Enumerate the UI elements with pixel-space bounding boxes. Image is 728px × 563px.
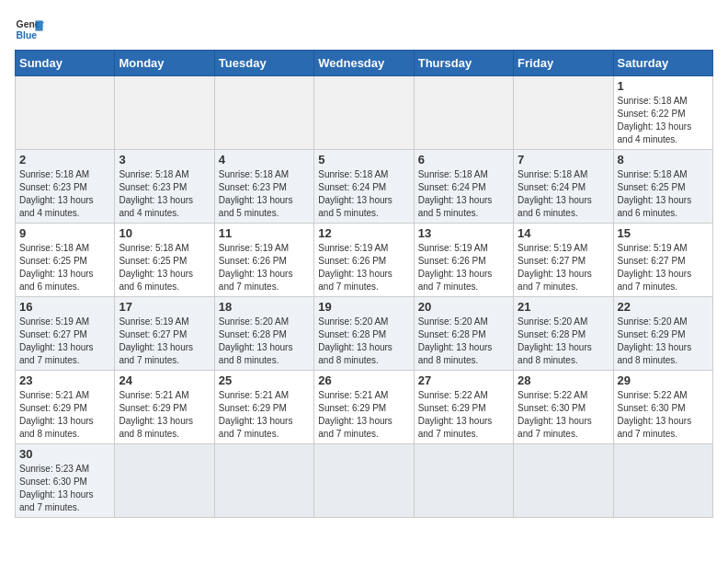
day-info: Sunrise: 5:21 AM Sunset: 6:29 PM Dayligh… <box>19 389 110 441</box>
day-number: 23 <box>19 373 110 387</box>
day-info: Sunrise: 5:18 AM Sunset: 6:25 PM Dayligh… <box>618 168 709 220</box>
calendar-cell <box>115 444 214 518</box>
day-info: Sunrise: 5:18 AM Sunset: 6:23 PM Dayligh… <box>19 168 110 220</box>
calendar-cell: 18Sunrise: 5:20 AM Sunset: 6:28 PM Dayli… <box>214 297 313 371</box>
calendar-cell: 23Sunrise: 5:21 AM Sunset: 6:29 PM Dayli… <box>16 371 115 444</box>
day-info: Sunrise: 5:19 AM Sunset: 6:26 PM Dayligh… <box>418 242 509 293</box>
day-number: 15 <box>618 226 709 240</box>
day-number: 29 <box>618 373 709 387</box>
day-info: Sunrise: 5:21 AM Sunset: 6:29 PM Dayligh… <box>219 389 310 441</box>
page-header: General Blue <box>15 15 713 44</box>
column-header-thursday: Thursday <box>414 51 513 76</box>
calendar-cell: 13Sunrise: 5:19 AM Sunset: 6:26 PM Dayli… <box>414 224 513 297</box>
calendar-header-row: SundayMondayTuesdayWednesdayThursdayFrid… <box>16 51 713 76</box>
day-info: Sunrise: 5:21 AM Sunset: 6:29 PM Dayligh… <box>318 389 409 441</box>
calendar-cell: 24Sunrise: 5:21 AM Sunset: 6:29 PM Dayli… <box>115 371 214 444</box>
day-info: Sunrise: 5:19 AM Sunset: 6:27 PM Dayligh… <box>119 316 210 367</box>
calendar-cell: 22Sunrise: 5:20 AM Sunset: 6:29 PM Dayli… <box>613 297 712 371</box>
column-header-wednesday: Wednesday <box>314 51 414 76</box>
calendar-cell: 5Sunrise: 5:18 AM Sunset: 6:24 PM Daylig… <box>314 150 414 224</box>
calendar-cell: 21Sunrise: 5:20 AM Sunset: 6:28 PM Dayli… <box>514 297 613 371</box>
day-number: 27 <box>418 373 509 387</box>
day-number: 7 <box>518 153 609 167</box>
calendar-cell: 28Sunrise: 5:22 AM Sunset: 6:30 PM Dayli… <box>514 371 613 444</box>
day-info: Sunrise: 5:19 AM Sunset: 6:26 PM Dayligh… <box>318 242 409 293</box>
day-number: 12 <box>318 226 409 240</box>
calendar-cell: 6Sunrise: 5:18 AM Sunset: 6:24 PM Daylig… <box>414 150 513 224</box>
day-number: 22 <box>618 300 709 314</box>
day-number: 21 <box>518 300 609 314</box>
calendar-cell <box>414 444 513 518</box>
day-info: Sunrise: 5:19 AM Sunset: 6:27 PM Dayligh… <box>618 242 709 293</box>
day-info: Sunrise: 5:20 AM Sunset: 6:28 PM Dayligh… <box>518 316 609 367</box>
calendar-cell <box>514 76 613 150</box>
column-header-saturday: Saturday <box>613 51 712 76</box>
day-number: 24 <box>119 373 210 387</box>
day-info: Sunrise: 5:18 AM Sunset: 6:25 PM Dayligh… <box>19 242 110 293</box>
calendar-cell <box>414 76 513 150</box>
column-header-monday: Monday <box>115 51 214 76</box>
day-info: Sunrise: 5:18 AM Sunset: 6:24 PM Dayligh… <box>418 168 509 220</box>
calendar-cell <box>214 444 313 518</box>
calendar-cell: 30Sunrise: 5:23 AM Sunset: 6:30 PM Dayli… <box>16 444 115 518</box>
day-info: Sunrise: 5:20 AM Sunset: 6:28 PM Dayligh… <box>219 316 310 367</box>
day-info: Sunrise: 5:18 AM Sunset: 6:25 PM Dayligh… <box>119 242 210 293</box>
calendar-cell: 15Sunrise: 5:19 AM Sunset: 6:27 PM Dayli… <box>613 224 712 297</box>
calendar-table: SundayMondayTuesdayWednesdayThursdayFrid… <box>15 50 713 518</box>
column-header-sunday: Sunday <box>16 51 115 76</box>
calendar-week-row: 16Sunrise: 5:19 AM Sunset: 6:27 PM Dayli… <box>16 297 713 371</box>
day-number: 8 <box>618 153 709 167</box>
day-number: 28 <box>518 373 609 387</box>
day-info: Sunrise: 5:20 AM Sunset: 6:28 PM Dayligh… <box>318 316 409 367</box>
day-number: 14 <box>518 226 609 240</box>
calendar-cell: 2Sunrise: 5:18 AM Sunset: 6:23 PM Daylig… <box>16 150 115 224</box>
calendar-cell: 27Sunrise: 5:22 AM Sunset: 6:29 PM Dayli… <box>414 371 513 444</box>
day-info: Sunrise: 5:20 AM Sunset: 6:29 PM Dayligh… <box>618 316 709 367</box>
day-number: 4 <box>219 153 310 167</box>
day-info: Sunrise: 5:18 AM Sunset: 6:22 PM Dayligh… <box>618 95 709 146</box>
svg-text:Blue: Blue <box>17 30 38 40</box>
day-number: 2 <box>19 153 110 167</box>
calendar-cell: 9Sunrise: 5:18 AM Sunset: 6:25 PM Daylig… <box>16 224 115 297</box>
day-info: Sunrise: 5:19 AM Sunset: 6:27 PM Dayligh… <box>518 242 609 293</box>
day-number: 1 <box>618 79 709 93</box>
day-info: Sunrise: 5:18 AM Sunset: 6:24 PM Dayligh… <box>518 168 609 220</box>
calendar-cell: 20Sunrise: 5:20 AM Sunset: 6:28 PM Dayli… <box>414 297 513 371</box>
calendar-cell <box>115 76 214 150</box>
calendar-cell: 1Sunrise: 5:18 AM Sunset: 6:22 PM Daylig… <box>613 76 712 150</box>
day-number: 13 <box>418 226 509 240</box>
day-number: 5 <box>318 153 409 167</box>
column-header-tuesday: Tuesday <box>214 51 313 76</box>
day-number: 26 <box>318 373 409 387</box>
calendar-week-row: 1Sunrise: 5:18 AM Sunset: 6:22 PM Daylig… <box>16 76 713 150</box>
day-info: Sunrise: 5:19 AM Sunset: 6:26 PM Dayligh… <box>219 242 310 293</box>
calendar-week-row: 9Sunrise: 5:18 AM Sunset: 6:25 PM Daylig… <box>16 224 713 297</box>
day-number: 10 <box>119 226 210 240</box>
day-number: 19 <box>318 300 409 314</box>
calendar-week-row: 2Sunrise: 5:18 AM Sunset: 6:23 PM Daylig… <box>16 150 713 224</box>
calendar-cell: 25Sunrise: 5:21 AM Sunset: 6:29 PM Dayli… <box>214 371 313 444</box>
day-number: 17 <box>119 300 210 314</box>
calendar-cell: 16Sunrise: 5:19 AM Sunset: 6:27 PM Dayli… <box>16 297 115 371</box>
day-info: Sunrise: 5:20 AM Sunset: 6:28 PM Dayligh… <box>418 316 509 367</box>
calendar-cell: 26Sunrise: 5:21 AM Sunset: 6:29 PM Dayli… <box>314 371 414 444</box>
calendar-week-row: 23Sunrise: 5:21 AM Sunset: 6:29 PM Dayli… <box>16 371 713 444</box>
column-header-friday: Friday <box>514 51 613 76</box>
day-info: Sunrise: 5:22 AM Sunset: 6:29 PM Dayligh… <box>418 389 509 441</box>
day-number: 16 <box>19 300 110 314</box>
calendar-cell: 3Sunrise: 5:18 AM Sunset: 6:23 PM Daylig… <box>115 150 214 224</box>
calendar-cell <box>613 444 712 518</box>
day-info: Sunrise: 5:18 AM Sunset: 6:23 PM Dayligh… <box>219 168 310 220</box>
calendar-week-row: 30Sunrise: 5:23 AM Sunset: 6:30 PM Dayli… <box>16 444 713 518</box>
calendar-cell: 17Sunrise: 5:19 AM Sunset: 6:27 PM Dayli… <box>115 297 214 371</box>
calendar-cell <box>214 76 313 150</box>
day-number: 11 <box>219 226 310 240</box>
day-info: Sunrise: 5:18 AM Sunset: 6:24 PM Dayligh… <box>318 168 409 220</box>
calendar-cell: 10Sunrise: 5:18 AM Sunset: 6:25 PM Dayli… <box>115 224 214 297</box>
calendar-cell: 11Sunrise: 5:19 AM Sunset: 6:26 PM Dayli… <box>214 224 313 297</box>
calendar-cell <box>314 444 414 518</box>
day-number: 18 <box>219 300 310 314</box>
calendar-cell <box>314 76 414 150</box>
generalblue-logo-icon: General Blue <box>15 15 44 44</box>
calendar-cell: 12Sunrise: 5:19 AM Sunset: 6:26 PM Dayli… <box>314 224 414 297</box>
